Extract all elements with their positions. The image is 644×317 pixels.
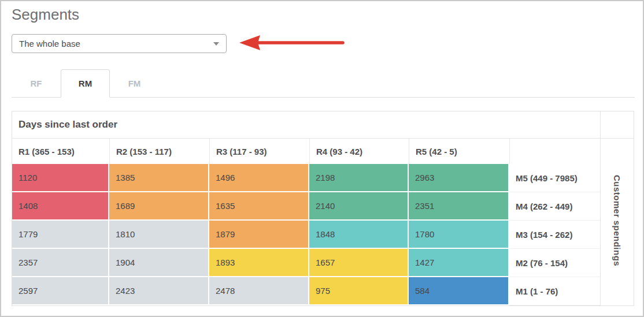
matrix-row: 11201385149621982963M5 (449 - 7985) xyxy=(12,164,634,192)
matrix-cell[interactable]: 2140 xyxy=(309,192,409,221)
arrow-left-icon xyxy=(232,31,348,54)
matrix-cell[interactable]: 1779 xyxy=(12,221,109,249)
matrix-cell[interactable]: 2423 xyxy=(109,277,209,305)
right-axis-label: Customer spendings xyxy=(612,175,622,266)
page-title: Segments xyxy=(12,6,79,24)
tab-rm[interactable]: RM xyxy=(61,69,110,98)
column-header: R4 (93 - 42) xyxy=(309,139,409,164)
matrix-cell[interactable]: 1408 xyxy=(12,192,109,221)
matrix-cell[interactable]: 1780 xyxy=(409,221,509,249)
matrix-cell[interactable]: 1810 xyxy=(109,221,209,249)
column-header-row: R1 (365 - 153)R2 (153 - 117)R3 (117 - 93… xyxy=(12,139,634,164)
matrix-cell[interactable]: 1689 xyxy=(109,192,209,221)
column-header: R3 (117 - 93) xyxy=(209,139,309,164)
matrix-cell[interactable]: 1496 xyxy=(209,164,309,192)
matrix-cell[interactable]: 584 xyxy=(409,277,509,305)
segments-page: Segments The whole base RF RM FM Days si… xyxy=(0,0,644,317)
matrix-cell[interactable]: 1904 xyxy=(109,249,209,277)
matrix-title: Days since last order xyxy=(12,111,600,139)
matrix-cell[interactable]: 1893 xyxy=(209,249,309,277)
row-header: M5 (449 - 7985) xyxy=(509,164,600,192)
matrix-row: 23571904189316571427M2 (76 - 154) xyxy=(12,249,634,277)
matrix-cell[interactable]: 1848 xyxy=(309,221,409,249)
matrix-cell[interactable]: 1120 xyxy=(12,164,109,192)
column-header: R1 (365 - 153) xyxy=(12,139,109,164)
matrix-row: 14081689163521402351M4 (262 - 449) xyxy=(12,192,634,221)
chevron-down-icon[interactable] xyxy=(213,42,219,46)
column-header: R5 (42 - 5) xyxy=(409,139,509,164)
row-header: M2 (76 - 154) xyxy=(509,249,600,277)
row-header-spacer xyxy=(509,139,600,164)
matrix-title-row: Days since last order xyxy=(12,111,634,139)
matrix-cell[interactable]: 2597 xyxy=(12,277,109,305)
matrix-row: 17791810187918481780M3 (154 - 262) xyxy=(12,221,634,249)
matrix-cell[interactable]: 2963 xyxy=(409,164,509,192)
matrix-row: 259724232478975584M1 (1 - 76) xyxy=(12,277,634,305)
row-header: M4 (262 - 449) xyxy=(509,192,600,221)
matrix-cell[interactable]: 1657 xyxy=(309,249,409,277)
tab-fm[interactable]: FM xyxy=(110,69,159,98)
matrix-cell[interactable]: 2357 xyxy=(12,249,109,277)
matrix-cell[interactable]: 975 xyxy=(309,277,409,305)
row-header: M1 (1 - 76) xyxy=(509,277,600,305)
matrix-cell[interactable]: 1635 xyxy=(209,192,309,221)
corner-cell xyxy=(600,111,634,139)
segment-dropdown[interactable]: The whole base xyxy=(12,34,227,53)
matrix-cell[interactable]: 1385 xyxy=(109,164,209,192)
right-axis-cell: Customer spendings xyxy=(600,139,634,305)
row-header: M3 (154 - 262) xyxy=(509,221,600,249)
segment-dropdown-value: The whole base xyxy=(19,39,213,49)
matrix-cell[interactable]: 2478 xyxy=(209,277,309,305)
matrix-cell[interactable]: 1427 xyxy=(409,249,509,277)
matrix-cell[interactable]: 1879 xyxy=(209,221,309,249)
rfm-matrix: Days since last order R1 (365 - 153)R2 (… xyxy=(12,111,634,306)
column-header: R2 (153 - 117) xyxy=(109,139,209,164)
matrix-cell[interactable]: 2351 xyxy=(409,192,509,221)
matrix-cell[interactable]: 2198 xyxy=(309,164,409,192)
tab-rf[interactable]: RF xyxy=(12,69,61,98)
tab-bar: RF RM FM xyxy=(12,69,635,98)
